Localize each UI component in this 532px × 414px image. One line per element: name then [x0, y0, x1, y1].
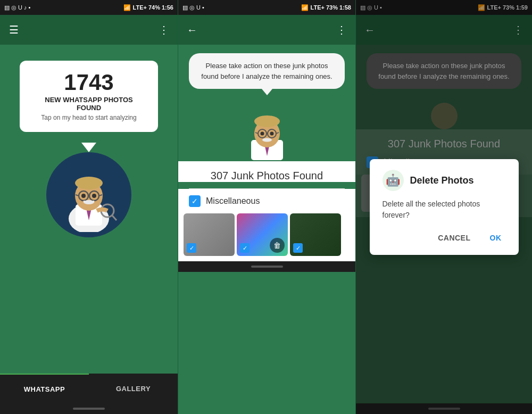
status-battery-1: 74%	[148, 4, 160, 11]
doctor-top-illustration	[235, 103, 299, 161]
home-bar-2	[178, 261, 355, 272]
status-signal-1: 📶 LTE+	[123, 4, 146, 11]
menu-button-1[interactable]: ☰	[6, 22, 21, 37]
ok-button[interactable]: OK	[486, 231, 506, 244]
p1-content: 1743 NEW WHATSAPP PHOTOS FOUND Tap on my…	[0, 45, 178, 374]
dialog-actions: CANCEL OK	[383, 231, 506, 244]
speech-bubble-2: Please take action on these junk photos …	[189, 53, 345, 89]
status-icon-chat: ◎	[11, 4, 16, 11]
svg-point-12	[84, 200, 94, 204]
photo-sub: Tap on my head to start analyzing	[36, 114, 142, 121]
info-card: 1743 NEW WHATSAPP PHOTOS FOUND Tap on my…	[20, 61, 158, 132]
status-bar-2: ▤ ◎ U • 📶 LTE+ 73% 1:58	[178, 0, 355, 15]
dialog-title: Delete Photos	[410, 175, 474, 186]
back-button-2[interactable]: ←	[185, 22, 200, 37]
doctor-illustration	[52, 158, 126, 232]
back-icon-2: ←	[187, 24, 197, 36]
status-time-2: 1:58	[339, 4, 351, 11]
delete-dialog: 🤖 Delete Photos Delete all the selected …	[370, 159, 519, 255]
status-icon-dot: •	[28, 4, 30, 11]
status-left-icons-2: ▤ ◎ U •	[182, 4, 204, 11]
dialog-overlay: 🤖 Delete Photos Delete all the selected …	[356, 0, 532, 414]
dialog-header: 🤖 Delete Photos	[383, 170, 506, 191]
photo-thumb-3[interactable]: ✓	[290, 213, 341, 256]
photo-check-1[interactable]: ✓	[187, 243, 196, 253]
dialog-body: Delete all the selected photos forever?	[383, 198, 506, 221]
status-icon-music: ♪	[24, 4, 27, 11]
svg-point-4	[75, 177, 103, 189]
panel-2: ▤ ◎ U • 📶 LTE+ 73% 1:58 ← ⋮ Please take …	[178, 0, 355, 414]
photo-thumb-1[interactable]: ✓	[184, 213, 235, 256]
svg-point-10	[81, 194, 86, 198]
status-icon-msg: ▤	[4, 4, 10, 11]
svg-line-14	[112, 216, 117, 220]
misc-checkbox[interactable]: ✓	[189, 195, 201, 207]
photo-grid: ✓ ✓ 🗑 ✓	[178, 213, 355, 261]
nav-whatsapp[interactable]: WHATSAPP	[0, 374, 89, 403]
status-right-2: 📶 LTE+ 73% 1:58	[301, 4, 351, 11]
panel-3: ▤ ◎ U • 📶 LTE+ 73% 1:59 ← ⋮ Please take …	[355, 0, 532, 414]
svg-point-26	[262, 138, 272, 142]
doctor-top	[178, 103, 355, 161]
status-time-1: 1:56	[162, 4, 173, 11]
panel-1: ▤ ◎ U ♪ • 📶 LTE+ 74% 1:56 ☰ ⋮ 1743 NEW W…	[0, 0, 178, 414]
photo-count: 1743	[36, 71, 142, 94]
status-bar-1: ▤ ◎ U ♪ • 📶 LTE+ 74% 1:56	[0, 0, 178, 15]
cancel-button[interactable]: CANCEL	[434, 231, 475, 244]
svg-point-24	[260, 132, 264, 136]
status-left-icons: ▤ ◎ U ♪ •	[4, 4, 30, 11]
more-icon-2: ⋮	[336, 23, 347, 36]
home-bar-line-1	[73, 408, 105, 410]
home-bar-1	[0, 403, 178, 414]
photo-thumb-2[interactable]: ✓ 🗑	[237, 213, 288, 256]
photo-label: NEW WHATSAPP PHOTOS FOUND	[36, 96, 142, 112]
doctor-avatar[interactable]	[46, 152, 131, 237]
robot-icon: 🤖	[386, 173, 400, 187]
more-button-2[interactable]: ⋮	[334, 22, 349, 37]
arrow-down-icon	[81, 143, 96, 152]
status-icon-chat2: ◎	[189, 4, 195, 11]
nav-gallery[interactable]: GALLERY	[89, 374, 178, 403]
miscellaneous-row: ✓ Miscellaneous	[178, 189, 355, 213]
photo-delete-2[interactable]: 🗑	[270, 238, 285, 253]
status-icon-u2: U	[196, 4, 201, 11]
status-signal-2: 📶 LTE+	[301, 4, 324, 11]
misc-label: Miscellaneous	[206, 196, 260, 206]
svg-point-11	[92, 194, 96, 198]
dialog-app-icon: 🤖	[383, 170, 404, 191]
status-battery-2: 73%	[326, 4, 338, 11]
more-button-1[interactable]: ⋮	[156, 22, 171, 37]
svg-point-18	[254, 115, 280, 127]
photo-check-2[interactable]: ✓	[240, 243, 250, 253]
status-icon-u: U	[18, 4, 22, 11]
toolbar-2: ← ⋮	[178, 15, 355, 45]
more-icon-1: ⋮	[159, 23, 169, 36]
junk-count-bar: 307 Junk Photos Found	[178, 161, 355, 182]
status-icon-msg2: ▤	[182, 4, 188, 11]
hamburger-icon: ☰	[9, 23, 19, 36]
home-bar-line-2	[251, 266, 283, 268]
bottom-nav-1: WHATSAPP GALLERY	[0, 374, 178, 403]
status-icon-dot2: •	[202, 4, 204, 11]
photo-check-3[interactable]: ✓	[293, 243, 303, 253]
status-right-1: 📶 LTE+ 74% 1:56	[123, 4, 173, 11]
toolbar-1: ☰ ⋮	[0, 15, 178, 45]
svg-point-25	[270, 132, 273, 136]
